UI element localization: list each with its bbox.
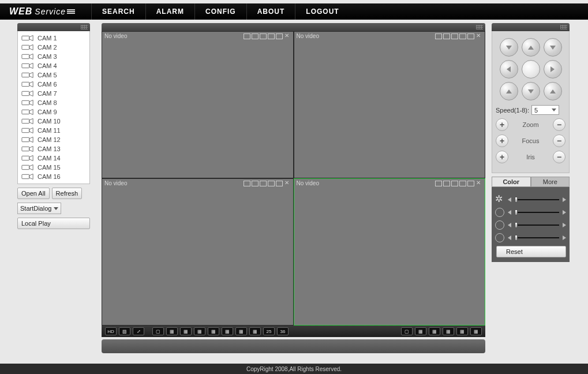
ptz-up-left-button[interactable] (500, 38, 518, 57)
focus-in-button[interactable]: + (496, 134, 508, 147)
camera-item[interactable]: CAM 4 (18, 61, 89, 70)
iris-open-button[interactable]: + (496, 151, 508, 163)
decrease-button[interactable] (508, 223, 511, 227)
close-tile-icon[interactable] (284, 181, 291, 186)
tile-control-icon[interactable] (260, 181, 267, 186)
toolbar-right-icon[interactable]: ▦ (470, 327, 482, 335)
slider-thumb[interactable] (515, 235, 518, 241)
nav-config[interactable]: CONFIG (194, 3, 246, 20)
focus-out-button[interactable]: − (553, 134, 565, 147)
open-all-button[interactable]: Open All (17, 188, 50, 199)
layout-36-button[interactable]: 36 (277, 327, 289, 335)
reset-button[interactable]: Reset (496, 246, 566, 257)
decrease-button[interactable] (508, 210, 511, 215)
decrease-button[interactable] (508, 197, 511, 202)
camera-item[interactable]: CAM 8 (18, 98, 89, 107)
tile-control-icon[interactable] (260, 33, 267, 39)
camera-item[interactable]: CAM 11 (18, 126, 89, 135)
tile-control-icon[interactable] (276, 33, 283, 39)
tab-color[interactable]: Color (492, 177, 531, 187)
increase-button[interactable] (563, 235, 566, 240)
start-dialog-select[interactable]: StartDialog (17, 203, 61, 214)
ptz-left-button[interactable] (500, 60, 518, 78)
tile-control-icon[interactable] (276, 181, 283, 186)
toolbar-right-icon[interactable]: ▦ (456, 327, 468, 335)
tile-control-icon[interactable] (435, 33, 442, 39)
tile-control-icon[interactable] (244, 33, 250, 39)
camera-item[interactable]: CAM 3 (18, 52, 89, 61)
layout-16-icon[interactable]: ▦ (235, 327, 247, 335)
slider-thumb[interactable] (515, 197, 518, 203)
camera-item[interactable]: CAM 15 (18, 163, 89, 172)
ptz-up-right-button[interactable] (544, 38, 562, 57)
camera-item[interactable]: CAM 12 (18, 135, 89, 144)
tile-control-icon[interactable] (459, 181, 466, 186)
layout-8-icon[interactable]: ▦ (194, 327, 205, 335)
layout-20-icon[interactable]: ▦ (249, 327, 261, 335)
tile-control-icon[interactable] (268, 181, 275, 186)
nav-alarm[interactable]: ALARM (145, 3, 194, 20)
video-tile-active[interactable]: No video (294, 178, 486, 326)
video-tile[interactable]: No video (102, 178, 294, 326)
iris-close-button[interactable]: − (553, 151, 565, 163)
nav-about[interactable]: ABOUT (246, 3, 295, 20)
ptz-up-button[interactable] (522, 38, 540, 57)
tile-control-icon[interactable] (252, 181, 259, 186)
layout-4-icon[interactable]: ▦ (166, 327, 178, 335)
layout-25-button[interactable]: 25 (263, 327, 275, 335)
toolbar-quality-icon[interactable]: ▧ (119, 327, 130, 335)
tile-control-icon[interactable] (252, 33, 259, 39)
toolbar-hd-icon[interactable]: HD (105, 327, 117, 335)
ptz-right-button[interactable] (544, 60, 562, 78)
zoom-out-button[interactable]: − (553, 118, 565, 131)
video-tile[interactable]: No video (294, 31, 486, 178)
ptz-down-left-button[interactable] (500, 82, 518, 100)
tile-control-icon[interactable] (451, 33, 458, 39)
zoom-in-button[interactable]: + (496, 118, 508, 131)
camera-item[interactable]: CAM 1 (18, 33, 89, 43)
close-tile-icon[interactable] (475, 181, 482, 186)
camera-item[interactable]: CAM 6 (18, 80, 89, 89)
tile-control-icon[interactable] (459, 33, 466, 39)
toolbar-fullscreen-icon[interactable]: ⤢ (133, 327, 144, 335)
hue-slider[interactable] (515, 237, 559, 238)
decrease-button[interactable] (508, 235, 511, 240)
layout-6-icon[interactable]: ▦ (180, 327, 192, 335)
tile-control-icon[interactable] (467, 181, 474, 186)
nav-logout[interactable]: LOGOUT (295, 3, 349, 20)
toolbar-right-icon[interactable]: ▦ (415, 327, 426, 335)
contrast-slider[interactable] (515, 212, 559, 213)
camera-item[interactable]: CAM 7 (18, 89, 89, 98)
tab-more[interactable]: More (531, 177, 570, 187)
video-tile[interactable]: No video (102, 31, 294, 178)
camera-item[interactable]: CAM 13 (18, 144, 89, 154)
refresh-button[interactable]: Refresh (52, 188, 83, 199)
ptz-down-right-button[interactable] (544, 82, 562, 100)
tile-control-icon[interactable] (268, 33, 275, 39)
saturation-slider[interactable] (515, 225, 559, 226)
layout-1-icon[interactable]: ▢ (152, 327, 164, 335)
increase-button[interactable] (563, 210, 566, 215)
tile-control-icon[interactable] (435, 181, 442, 186)
nav-search[interactable]: SEARCH (91, 3, 145, 20)
slider-thumb[interactable] (515, 222, 518, 228)
brightness-slider[interactable] (515, 199, 559, 200)
camera-item[interactable]: CAM 5 (18, 70, 89, 80)
close-tile-icon[interactable] (475, 33, 482, 39)
camera-item[interactable]: CAM 16 (18, 172, 89, 181)
ptz-down-button[interactable] (522, 82, 540, 100)
camera-item[interactable]: CAM 14 (18, 154, 89, 163)
layout-13-icon[interactable]: ▦ (222, 327, 233, 335)
toolbar-right-icon[interactable]: ▢ (401, 327, 413, 335)
tile-control-icon[interactable] (451, 181, 458, 186)
camera-item[interactable]: CAM 9 (18, 107, 89, 117)
tile-control-icon[interactable] (443, 181, 450, 186)
local-play-button[interactable]: Local Play (17, 218, 90, 229)
close-tile-icon[interactable] (284, 33, 291, 39)
tile-control-icon[interactable] (244, 181, 250, 186)
layout-9-icon[interactable]: ▦ (208, 327, 219, 335)
toolbar-right-icon[interactable]: ▦ (443, 327, 454, 335)
slider-thumb[interactable] (515, 210, 518, 215)
tile-control-icon[interactable] (443, 33, 450, 39)
camera-item[interactable]: CAM 2 (18, 43, 89, 52)
